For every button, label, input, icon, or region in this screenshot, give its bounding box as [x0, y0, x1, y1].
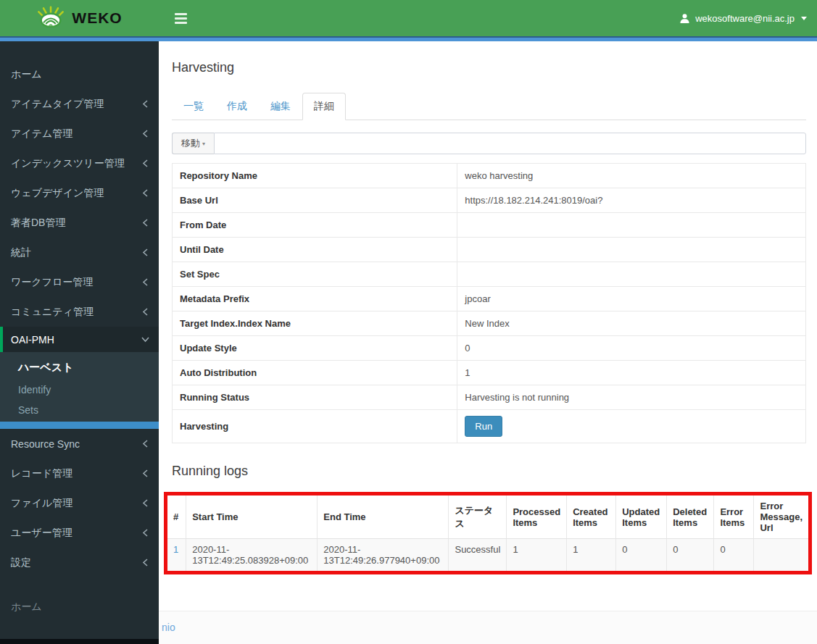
- sidebar-item-file-management[interactable]: ファイル管理: [0, 488, 159, 518]
- sidebar-item-home[interactable]: ホーム: [0, 59, 159, 89]
- details-label: Base Url: [173, 188, 457, 213]
- logs-header-row: #Start TimeEnd TimeステータスProcessed ItemsC…: [167, 495, 808, 539]
- logs-cell: Successful: [449, 539, 507, 572]
- sidebar-subitem-identify[interactable]: Identify: [0, 380, 159, 400]
- log-id-link[interactable]: 1: [173, 544, 178, 555]
- logs-column-header: Processed Items: [507, 495, 567, 539]
- running-logs-table: #Start TimeEnd TimeステータスProcessed ItemsC…: [167, 495, 808, 571]
- details-value: 1: [457, 361, 806, 385]
- sidebar-footer-home[interactable]: ホーム: [11, 601, 42, 614]
- chevron-left-icon: [142, 129, 149, 138]
- tab-detail[interactable]: 詳細: [302, 93, 346, 120]
- move-row: 移動 ▾: [172, 133, 806, 154]
- details-value: 0: [457, 336, 806, 361]
- details-label: Repository Name: [173, 164, 457, 188]
- logs-column-header: Updated Items: [616, 495, 667, 539]
- annotation-rectangle: #Start TimeEnd TimeステータスProcessed ItemsC…: [164, 492, 812, 574]
- sidebar-item-item-type-management[interactable]: アイテムタイプ管理: [0, 89, 159, 119]
- harvest-details-table: Repository Nameweko harvestingBase Urlht…: [172, 163, 806, 443]
- sidebar-blue-bar: [0, 422, 159, 429]
- details-label: Auto Distribution: [173, 361, 457, 385]
- logs-header: #Start TimeEnd TimeステータスProcessed ItemsC…: [167, 495, 808, 539]
- details-value: New Index: [457, 311, 806, 336]
- details-label: Metadata Prefix: [173, 287, 457, 311]
- details-row: Auto Distribution1: [173, 361, 806, 385]
- details-label: Running Status: [173, 385, 457, 410]
- details-label: From Date: [173, 213, 457, 238]
- logs-column-header: Created Items: [567, 495, 616, 539]
- tab-create-label[interactable]: 作成: [215, 93, 259, 120]
- chevron-left-icon: [142, 248, 149, 257]
- sidebar-item-label: ワークフロー管理: [11, 276, 93, 289]
- sidebar-toggle-button[interactable]: [169, 7, 193, 30]
- page-title: Harvesting: [172, 60, 806, 75]
- chevron-left-icon: [142, 218, 149, 227]
- footer-link[interactable]: nio: [162, 622, 175, 633]
- logs-column-header: Error Message, Url: [754, 495, 808, 539]
- tab-detail-label[interactable]: 詳細: [302, 93, 346, 120]
- sidebar-item-record-management[interactable]: レコード管理: [0, 459, 159, 488]
- details-row: Repository Nameweko harvesting: [173, 164, 806, 188]
- tab-create[interactable]: 作成: [215, 93, 259, 120]
- details-label: Update Style: [173, 336, 457, 361]
- chevron-left-icon: [142, 307, 149, 317]
- running-logs-title: Running logs: [172, 464, 806, 479]
- details-value: [457, 262, 806, 287]
- tab-list-label[interactable]: 一覧: [172, 93, 215, 120]
- chevron-left-icon: [142, 188, 149, 198]
- details-row: Base Urlhttps://18.182.214.241:8019/oai?: [173, 188, 806, 213]
- sidebar-item-label: ファイル管理: [11, 497, 72, 510]
- chevron-left-icon: [142, 277, 149, 287]
- details-value: https://18.182.214.241:8019/oai?: [457, 188, 806, 213]
- chevron-left-icon: [142, 498, 149, 508]
- details-label: Harvesting: [173, 410, 457, 443]
- logs-column-header: Error Items: [714, 495, 754, 539]
- sidebar-menu: ホームアイテムタイプ管理アイテム管理インデックスツリー管理ウェブデザイン管理著者…: [0, 36, 159, 577]
- sidebar-item-label: レコード管理: [11, 467, 72, 480]
- header-accent-line: [0, 36, 817, 41]
- details-row: Update Style0: [173, 336, 806, 361]
- tab-list[interactable]: 一覧: [172, 93, 215, 120]
- sidebar-item-settings[interactable]: 設定: [0, 548, 159, 577]
- move-input[interactable]: [214, 133, 806, 154]
- details-value: [457, 213, 806, 238]
- details-row: Until Date: [173, 238, 806, 262]
- sidebar-item-community-management[interactable]: コミュニティ管理: [0, 297, 159, 327]
- details-value: Harvesting is not running: [457, 385, 806, 410]
- sidebar-item-label: Resource Sync: [11, 438, 80, 450]
- chevron-left-icon: [142, 558, 149, 567]
- sidebar-item-resource-sync[interactable]: Resource Sync: [0, 429, 159, 459]
- details-value: jpcoar: [457, 287, 806, 311]
- tab-edit-label[interactable]: 編集: [259, 93, 302, 120]
- user-menu[interactable]: wekosoftware@nii.ac.jp: [679, 13, 807, 24]
- sidebar-item-oai-pmh[interactable]: OAI-PMH: [0, 327, 159, 352]
- sidebar-subitem-sets[interactable]: Sets: [0, 400, 159, 420]
- details-row: HarvestingRun: [173, 410, 806, 443]
- sidebar-item-label: OAI-PMH: [11, 334, 54, 346]
- tab-edit[interactable]: 編集: [259, 93, 302, 120]
- sidebar-item-user-management[interactable]: ユーザー管理: [0, 518, 159, 548]
- move-button[interactable]: 移動 ▾: [172, 133, 214, 154]
- sidebar-item-label: 統計: [11, 246, 31, 259]
- user-email: wekosoftware@nii.ac.jp: [695, 13, 795, 24]
- caret-down-icon: [801, 17, 807, 20]
- move-caret-icon: ▾: [202, 141, 205, 147]
- sidebar-item-item-management[interactable]: アイテム管理: [0, 119, 159, 149]
- sidebar-item-index-tree-management[interactable]: インデックスツリー管理: [0, 149, 159, 178]
- details-row: From Date: [173, 213, 806, 238]
- top-header: WEKO wekosoftware@nii.ac.jp: [0, 0, 817, 36]
- details-row: Running StatusHarvesting is not running: [173, 385, 806, 410]
- logo[interactable]: WEKO: [0, 0, 159, 36]
- sidebar-subitem-harvest[interactable]: ハーベスト: [0, 356, 159, 380]
- sidebar-item-label: ホーム: [11, 68, 42, 81]
- weko-admin-app: WEKO wekosoftware@nii.ac.jp ホームアイテムタイプ管理…: [0, 0, 817, 644]
- sidebar-submenu-oai-pmh: ハーベストIdentifySets: [0, 352, 159, 422]
- sidebar-item-statistics[interactable]: 統計: [0, 238, 159, 267]
- sidebar-item-workflow-management[interactable]: ワークフロー管理: [0, 267, 159, 297]
- chevron-left-icon: [142, 159, 149, 168]
- details-value: Run: [457, 410, 806, 443]
- run-button[interactable]: Run: [465, 416, 502, 437]
- details-label: Set Spec: [173, 262, 457, 287]
- sidebar-item-author-db-management[interactable]: 著者DB管理: [0, 208, 159, 238]
- sidebar-item-web-design-management[interactable]: ウェブデザイン管理: [0, 178, 159, 208]
